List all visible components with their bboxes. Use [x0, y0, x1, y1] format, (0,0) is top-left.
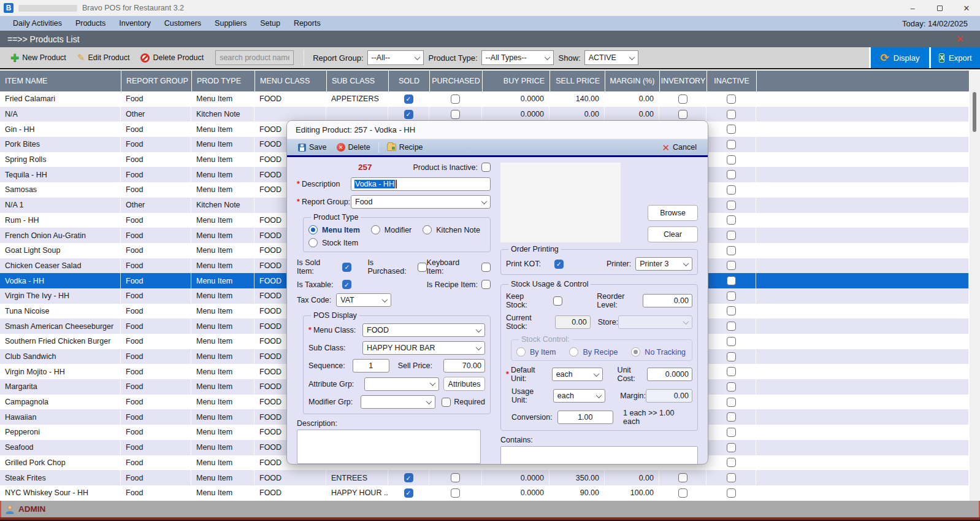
- cell-inventory-checkbox[interactable]: [659, 470, 706, 485]
- radio-modifier[interactable]: [371, 225, 380, 234]
- column-header-sell-price[interactable]: SELL PRICE: [549, 71, 605, 91]
- cell-inactive-checkbox[interactable]: [706, 107, 756, 122]
- description-textarea[interactable]: [297, 430, 481, 464]
- row-checkbox[interactable]: [727, 291, 736, 301]
- menu-class-select[interactable]: FOOD: [362, 323, 485, 337]
- radio-stock-item[interactable]: [308, 238, 318, 247]
- print-kot-checkbox[interactable]: [554, 260, 564, 269]
- keep-stock-checkbox[interactable]: [553, 296, 562, 306]
- save-button[interactable]: Save: [293, 143, 332, 152]
- is-sold-checkbox[interactable]: [342, 263, 351, 272]
- row-checkbox[interactable]: [678, 110, 687, 119]
- row-checkbox[interactable]: [727, 110, 736, 119]
- table-row[interactable]: NYC Whiskey Sour - HH Food Menu Item FOO…: [0, 485, 969, 501]
- attributes-button[interactable]: Attributes: [443, 377, 485, 391]
- cell-inactive-checkbox[interactable]: [706, 440, 756, 455]
- product-inactive-checkbox[interactable]: [481, 163, 491, 172]
- row-checkbox[interactable]: [727, 155, 736, 164]
- row-checkbox[interactable]: [727, 95, 736, 104]
- delete-product-button[interactable]: Delete Product: [135, 47, 209, 68]
- cell-inactive-checkbox[interactable]: [706, 137, 756, 152]
- row-checkbox[interactable]: [727, 322, 736, 331]
- row-checkbox[interactable]: [727, 170, 736, 179]
- cell-inactive-checkbox[interactable]: [706, 213, 756, 228]
- reorder-level-input[interactable]: 0.00: [643, 294, 692, 307]
- cell-inactive-checkbox[interactable]: [706, 318, 756, 334]
- row-checkbox[interactable]: [404, 95, 413, 104]
- close-button[interactable]: ✕: [953, 0, 980, 16]
- cell-inactive-checkbox[interactable]: [706, 167, 756, 182]
- column-header-prod-type[interactable]: PROD TYPE: [191, 71, 255, 91]
- cell-inactive-checkbox[interactable]: [706, 409, 756, 425]
- cell-inactive-checkbox[interactable]: [706, 91, 756, 107]
- is-taxable-checkbox[interactable]: [342, 280, 351, 289]
- row-checkbox[interactable]: [727, 276, 736, 285]
- maximize-button[interactable]: [926, 0, 953, 16]
- radio-kitchen-note[interactable]: [423, 225, 432, 234]
- keyboard-item-checkbox[interactable]: [481, 263, 491, 272]
- modifier-grp-select[interactable]: [361, 395, 435, 409]
- column-header-report-group[interactable]: REPORT GROUP: [121, 71, 191, 91]
- column-header-inactive[interactable]: INACTIVE: [706, 71, 756, 91]
- cell-purchased-checkbox[interactable]: [429, 91, 482, 107]
- row-checkbox[interactable]: [404, 110, 413, 119]
- row-checkbox[interactable]: [727, 473, 736, 482]
- row-checkbox[interactable]: [727, 201, 736, 210]
- vertical-scrollbar[interactable]: [970, 71, 980, 501]
- cell-inactive-checkbox[interactable]: [706, 304, 756, 319]
- cell-inactive-checkbox[interactable]: [706, 364, 756, 379]
- cell-sold-checkbox[interactable]: [388, 107, 429, 122]
- cell-sold-checkbox[interactable]: [388, 485, 429, 501]
- cell-inactive-checkbox[interactable]: [706, 485, 756, 501]
- minimize-button[interactable]: –: [899, 0, 926, 16]
- table-row[interactable]: Fried Calamari Food Menu Item FOOD APPET…: [0, 91, 969, 107]
- cell-inactive-checkbox[interactable]: [706, 288, 756, 304]
- edit-product-button[interactable]: ✎ Edit Product: [72, 47, 136, 68]
- cell-inactive-checkbox[interactable]: [706, 455, 756, 471]
- cell-inventory-checkbox[interactable]: [659, 91, 706, 107]
- search-input[interactable]: [215, 50, 294, 65]
- menu-item-reports[interactable]: Reports: [287, 19, 327, 28]
- cell-inactive-checkbox[interactable]: [706, 152, 756, 168]
- menu-item-customers[interactable]: Customers: [158, 19, 208, 28]
- is-recipe-checkbox[interactable]: [481, 280, 491, 289]
- sell-price-input[interactable]: 70.00: [443, 359, 485, 372]
- attribute-grp-select[interactable]: [364, 377, 439, 391]
- column-header-menu-class[interactable]: MENU CLASS: [255, 71, 326, 91]
- cell-inactive-checkbox[interactable]: [706, 334, 756, 349]
- row-checkbox[interactable]: [678, 95, 687, 104]
- row-checkbox[interactable]: [451, 110, 460, 119]
- row-checkbox[interactable]: [727, 185, 736, 195]
- required-checkbox[interactable]: [442, 398, 451, 407]
- cell-inventory-checkbox[interactable]: [659, 485, 706, 501]
- row-checkbox[interactable]: [727, 215, 736, 225]
- row-checkbox[interactable]: [727, 231, 736, 240]
- row-checkbox[interactable]: [727, 306, 736, 315]
- menu-item-setup[interactable]: Setup: [253, 19, 287, 28]
- sub-class-select[interactable]: HAPPY HOUR BAR: [362, 341, 485, 355]
- unit-cost-input[interactable]: 0.0000: [647, 368, 692, 381]
- cell-purchased-checkbox[interactable]: [429, 485, 482, 501]
- menu-item-products[interactable]: Products: [69, 19, 112, 28]
- cell-inactive-checkbox[interactable]: [706, 122, 756, 137]
- printer-select[interactable]: Printer 3: [635, 257, 692, 271]
- cell-inactive-checkbox[interactable]: [706, 228, 756, 243]
- row-checkbox[interactable]: [727, 428, 736, 437]
- cancel-button[interactable]: ✕ Cancel: [657, 143, 702, 152]
- cell-inventory-checkbox[interactable]: [659, 107, 706, 122]
- row-checkbox[interactable]: [404, 473, 413, 482]
- column-header-item-name[interactable]: ITEM NAME: [0, 71, 121, 91]
- product-type-select[interactable]: --All Types--: [481, 50, 554, 65]
- contains-textarea[interactable]: [500, 446, 698, 465]
- row-checkbox[interactable]: [451, 95, 460, 104]
- cell-inactive-checkbox[interactable]: [706, 182, 756, 198]
- table-row[interactable]: N/A Other Kitchen Note 0.0000 0.00 0.00: [0, 107, 969, 122]
- description-input[interactable]: Vodka - HH: [351, 177, 491, 191]
- scrollbar-thumb[interactable]: [973, 92, 976, 132]
- cell-purchased-checkbox[interactable]: [429, 107, 482, 122]
- cell-purchased-checkbox[interactable]: [429, 470, 482, 485]
- row-checkbox[interactable]: [727, 125, 736, 134]
- report-group-field-select[interactable]: Food: [351, 195, 491, 209]
- menu-item-daily-activities[interactable]: Daily Activities: [6, 19, 69, 28]
- row-checkbox[interactable]: [451, 488, 460, 498]
